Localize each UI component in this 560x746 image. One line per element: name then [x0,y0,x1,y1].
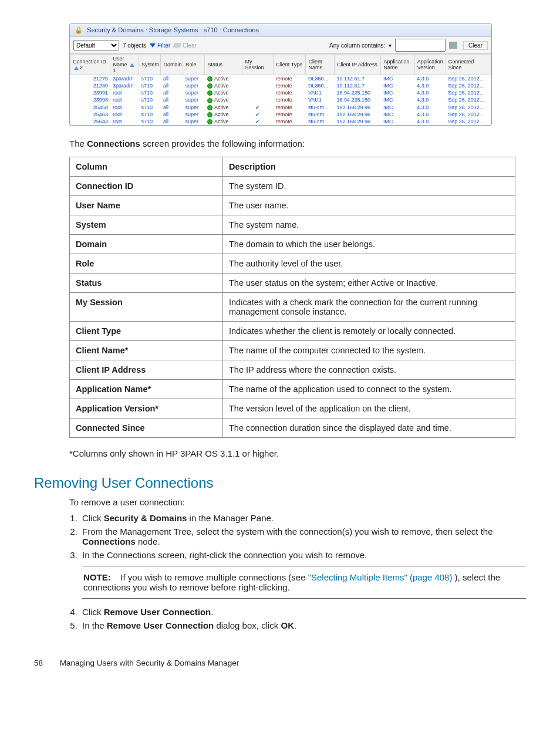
col-domain[interactable]: Domain [161,55,183,75]
col-client-name[interactable]: Client Name [306,55,335,75]
table-row[interactable]: 212803paradms710allsuperActiveremoteDL36… [70,82,491,89]
table-row[interactable]: 25458roots710allsuperActive✓remotestu-cm… [70,104,491,111]
intro-text: The Connections screen provides the foll… [69,139,526,148]
clear-filter-link[interactable]: Clear [174,42,197,49]
col-client-type[interactable]: Client Type [274,55,306,75]
step-2: From the Management Tree, select the sys… [80,526,526,546]
step-1: Click Security & Domains in the Manager … [80,513,526,523]
col-app-name[interactable]: Application Name [381,55,414,75]
doc-row: Connected SinceThe connection duration s… [70,418,515,437]
table-row[interactable]: 23998roots710allsuperActiveremoteVAU116.… [70,96,491,103]
view-selector[interactable]: Default [73,40,119,50]
doc-row: DomainThe domain to which the user belon… [70,234,515,254]
lock-icon: 🔒 [75,26,83,33]
doc-row: Client IP AddressThe IP address where th… [70,360,515,379]
columns-footnote: *Columns only shown in HP 3PAR OS 3.1.1 … [69,448,526,458]
funnel-icon [150,43,156,48]
col-user-name[interactable]: User Name 1 [110,55,139,75]
breadcrumb-text: Security & Domains : Storage Systems : s… [87,26,259,33]
steps-list: Click Security & Domains in the Manager … [80,513,526,630]
contains-label: Any column contains: [329,42,385,49]
filter-button[interactable]: Filter [150,42,170,49]
col-system[interactable]: System [139,55,161,75]
doc-row: User NameThe user name. [70,195,515,215]
steps-intro: To remove a user connection: [69,497,526,507]
page-number: 58 [34,659,58,667]
doc-row: Application Version*The version level of… [70,399,515,418]
note-box: NOTE: If you wish to remove multiple con… [82,566,526,599]
connections-grid[interactable]: Connection ID 2 User Name 1 System Domai… [70,54,491,125]
col-connection-id[interactable]: Connection ID 2 [70,55,110,75]
doc-row: Connection IDThe system ID. [70,176,515,195]
doc-row: Application Name*The name of the applica… [70,379,515,399]
doc-row: Client TypeIndicates whether the client … [70,321,515,340]
col-role[interactable]: Role [183,55,205,75]
doc-head-column: Column [70,157,223,176]
note-link[interactable]: "Selecting Multiple Items" (page 408) [308,572,453,582]
doc-row: My SessionIndicates with a check mark th… [70,292,515,321]
doc-row: SystemThe system name. [70,215,515,234]
col-my-session[interactable]: My Session [242,55,274,75]
step-5: In the Remove User Connection dialog box… [80,620,526,630]
doc-row: StatusThe user status on the system; eit… [70,273,515,292]
sort-up-icon [130,63,134,67]
eraser-icon [173,43,182,48]
col-connected-since[interactable]: Connected Since [446,55,491,75]
table-row[interactable]: 25643roots710allsuperActive✓remotestu-cm… [70,118,491,125]
table-row[interactable]: 212753paradms710allsuperActiveremoteDL36… [70,75,491,83]
step-3: In the Connections screen, right-click t… [80,550,526,599]
breadcrumb: 🔒 Security & Domains : Storage Systems :… [70,24,491,37]
section-heading: Removing User Connections [34,475,526,491]
object-count: 7 objects [123,42,146,49]
printer-icon[interactable] [449,42,457,49]
clear-button[interactable]: Clear [463,41,488,50]
table-row[interactable]: 25463roots710allsuperActive✓remotestu-cm… [70,111,491,118]
footer-title: Managing Users with Security & Domains M… [60,659,239,667]
toolbar: Default 7 objects Filter Clear Any colum… [70,37,491,54]
col-app-version[interactable]: Application Version [414,55,446,75]
sort-up-icon [74,66,79,70]
step-4: Click Remove User Connection. [80,607,526,617]
col-client-ip[interactable]: Client IP Address [335,55,381,75]
page-footer: 58 Managing Users with Security & Domain… [34,659,526,667]
doc-head-description: Description [223,157,515,176]
grid-header[interactable]: Connection ID 2 User Name 1 System Domai… [70,55,491,75]
chevron-down-icon[interactable]: ▾ [389,42,392,49]
doc-row: RoleThe authority level of the user. [70,254,515,273]
search-input[interactable] [395,39,446,52]
doc-row: Client Name*The name of the computer con… [70,340,515,360]
columns-description-table: Column Description Connection IDThe syst… [69,157,515,438]
table-row[interactable]: 23991roots710allsuperActiveremoteVAU116.… [70,89,491,96]
col-status[interactable]: Status [205,55,242,75]
connections-screenshot: 🔒 Security & Domains : Storage Systems :… [69,23,492,126]
